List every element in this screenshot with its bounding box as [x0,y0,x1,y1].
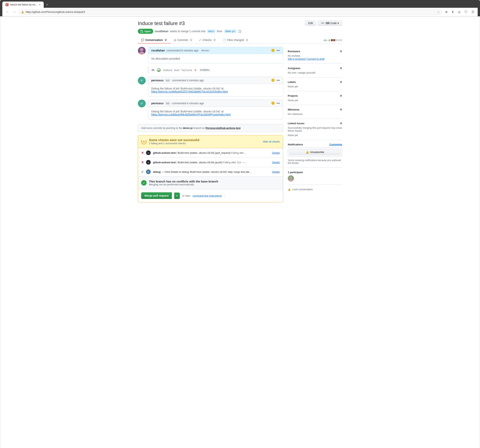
bookmark-icon[interactable]: ☆ [437,10,440,14]
svg-text:P: P [141,102,142,105]
tab-commits[interactable]: ◎ Commits 1 [171,37,196,43]
comment-header-3: pernosco bot commented 4 minutes ago 🙂 •… [148,100,283,107]
tab-conversation[interactable]: 💬 Conversation 2 [138,37,171,43]
menu-button[interactable]: ☰ [470,9,475,14]
sidebar-milestone: Milestone ⚙ No milestone [288,105,342,119]
convert-to-draft-link[interactable]: Still in progress? Convert to draft [288,57,325,60]
comment-actions-1: 🙂 ••• [271,49,280,52]
lock-conversation-section[interactable]: 🔒 Lock conversation [288,185,342,194]
browser-address-bar: ← → 🔒 ☆ ⊕ ⬇ ◎ 🛡 ☰ [2,8,478,16]
commit-icon [151,69,155,72]
milestone-gear-icon[interactable]: ⚙ [340,108,342,111]
hide-checks-button[interactable]: Hide all checks [263,140,280,143]
page-wrapper: Induce test failure #3 Edit </> ⌨ Code ▾… [0,16,480,448]
comment-body-1: rocallahan commented 8 minutes ago Membe… [148,47,283,63]
repo-link[interactable]: Pernosco/github-actions-test [206,126,240,129]
comment-link-2[interactable]: https://pernos.co/debug/GjZQ744GobIdjQ7e… [151,90,228,93]
assignees-gear-icon[interactable]: ⚙ [340,67,342,70]
commit-message: Induce test failure [163,69,192,72]
projects-title-text: Projects [288,94,298,97]
new-tab-button[interactable]: + [44,2,50,8]
emoji-button-2[interactable]: 🙂 [271,78,275,82]
check-details-link-2[interactable]: Details [272,161,280,164]
check-detail-text-1: Failing afte... [231,151,246,154]
status-label: Open [144,30,151,33]
avatar-img-2: P [138,77,146,84]
comment-header-1: rocallahan commented 8 minutes ago Membe… [148,47,283,54]
pr-title-row: Induce test failure #3 Edit </> ⌨ Code ▾ [138,20,342,26]
sidebar-reviewers-title: Reviewers ⚙ [288,50,342,53]
back-button[interactable]: ← [5,9,10,14]
pr-body: rocallahan commented 8 minutes ago Membe… [138,47,342,205]
linked-issues-title-text: Linked issues [288,122,304,125]
check-status-fail-2: ✕ [141,161,144,164]
comment-content-1: No description provided. [148,54,283,63]
address-bar-container[interactable]: 🔒 ☆ [19,9,442,14]
more-button-1[interactable]: ••• [276,49,280,52]
labels-title-text: Labels [288,81,296,84]
comment-content-3: Debug the failure of job 'Build+test (st… [148,107,283,119]
head-branch-tag[interactable]: demo-pr [224,29,237,33]
projects-gear-icon[interactable]: ⚙ [340,94,342,97]
merge-status: ✓ This branch has no conflicts with the … [138,177,283,189]
check-details-link-1[interactable]: Details [272,151,280,154]
merge-actions: Merge pull request ▾ or view command lin… [138,189,283,202]
check-job-1: Build+test (stable, ubuntu-18.04) (pull_… [178,151,231,154]
unsubscribe-button[interactable]: 🔔 Unsubscribe [289,149,340,155]
merge-dropdown-button[interactable]: ▾ [174,193,180,199]
comment-thread-1: rocallahan commented 8 minutes ago Membe… [138,47,283,63]
avatar-img-3: P [138,100,146,107]
emoji-button-1[interactable]: 🙂 [271,49,275,52]
milestone-title-text: Milestone [288,108,299,111]
customize-notifications-link[interactable]: Customize [329,143,342,146]
lock-conversation-label: Lock conversation [292,188,313,191]
notifications-section: 🔔 Unsubscribe [288,147,342,157]
extensions-button[interactable]: ⊕ [444,9,449,14]
check-job-2: Build+test (stable, ubuntu-18.04) (push) [178,161,222,164]
profile-button[interactable]: ◎ [457,9,462,14]
cli-instructions-link[interactable]: command line instructions [193,194,222,197]
check-item-2: ✕ ⊙ github-actions-test / Build+test (st… [138,158,283,167]
labels-gear-icon[interactable]: ⚙ [340,81,342,84]
check-slash-1: / [176,151,178,154]
tab-close-button[interactable]: × [39,3,41,6]
pr-main: rocallahan commented 8 minutes ago Membe… [138,47,283,205]
emoji-button-3[interactable]: 🙂 [271,101,275,105]
reviewers-gear-icon[interactable]: ⚙ [340,50,342,53]
edit-button[interactable]: Edit [305,20,316,26]
comment-time-2: commented 4 minutes ago [172,79,204,82]
comment-content-2: Debug the failure of job 'Build+test (st… [148,84,283,96]
download-button[interactable]: ⬇ [450,9,455,14]
diff-bar-gray-2 [338,39,340,41]
projects-value: None yet [288,99,342,102]
assignees-title-text: Assignees [288,67,300,70]
git-pull-request-icon [140,30,143,33]
forward-button[interactable]: → [12,9,17,14]
svg-text:P: P [141,79,142,82]
code-button[interactable]: </> ⌨ Code ▾ [318,20,342,26]
comment-header-2: pernosco bot commented 4 minutes ago 🙂 •… [148,77,283,84]
more-button-2[interactable]: ••• [276,79,280,82]
merge-period: . [224,194,225,197]
svg-point-10 [289,179,293,182]
commit-reference: Induce test failure ✕ 419b04c [148,67,283,74]
linked-issues-value: None yet [288,134,342,137]
browser-tab-active[interactable]: ⊙ Induce test failure by roc... × [2,1,44,8]
tab-checks[interactable]: ✓ Checks 2 [196,37,219,43]
bot-badge-2: bot [165,102,170,105]
comment-link-3[interactable]: https://pernos.co/debug/Wkyb05pMimVFaUx8… [151,113,231,116]
url-input[interactable] [26,10,436,13]
sidebar-notifications-title: Notifications Customize [288,143,342,146]
comment-text-3: Debug the failure of job 'Build+test (st… [151,110,224,113]
linked-issues-gear-icon[interactable]: ⚙ [340,122,342,125]
shield-icon[interactable]: 🛡 [463,9,469,14]
sidebar-participants-title: 1 participant [288,171,342,174]
participant-avatar-1[interactable] [288,175,294,182]
merge-pull-request-button[interactable]: Merge pull request [141,192,172,199]
tab-files-changed[interactable]: 📄 Files changed 1 [219,37,252,43]
copy-branch-icon[interactable]: 📋 [238,30,241,33]
more-button-3[interactable]: ••• [276,102,280,105]
base-branch-tag[interactable]: main [207,29,215,33]
sidebar-reviewers: Reviewers ⚙ No reviews Still in progress… [288,47,342,64]
check-details-link-3[interactable]: Details [272,170,280,173]
